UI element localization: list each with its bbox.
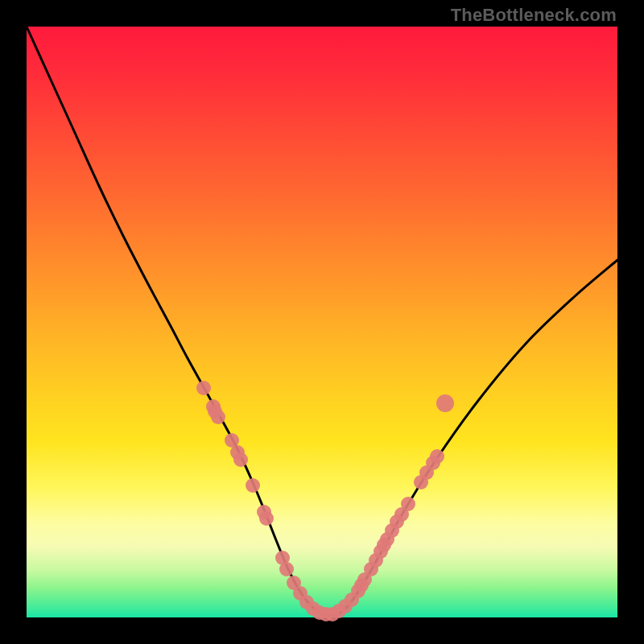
bottleneck-curve (27, 27, 617, 615)
data-marker (430, 449, 444, 464)
data-markers (196, 381, 454, 621)
data-marker (401, 497, 415, 511)
data-marker (211, 410, 225, 424)
data-marker (196, 381, 211, 395)
chart-svg (27, 27, 617, 617)
chart-frame: TheBottleneck.com (0, 0, 644, 644)
watermark-text: TheBottleneck.com (451, 5, 617, 26)
curve-line (27, 27, 617, 615)
data-marker (259, 511, 274, 526)
data-marker (436, 394, 454, 412)
data-marker (279, 562, 294, 576)
data-marker (246, 478, 260, 493)
data-marker (233, 452, 248, 467)
